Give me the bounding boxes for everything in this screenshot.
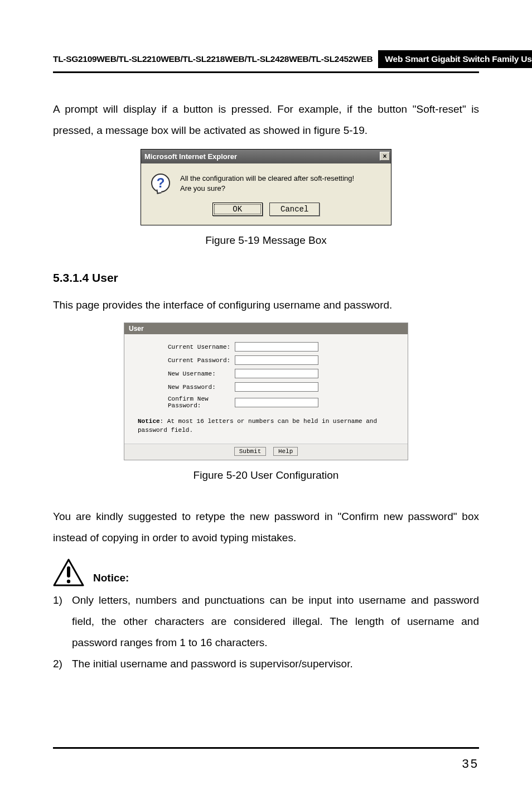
label-new-password: New Password: xyxy=(134,384,235,391)
panel-title: User xyxy=(124,323,408,334)
dialog-titlebar: Microsoft Internet Explorer × xyxy=(141,150,391,163)
footer-rule xyxy=(53,747,479,749)
question-icon: ? xyxy=(151,174,170,192)
label-current-username: Current Username: xyxy=(134,344,235,350)
panel-notice-bold: Notice xyxy=(138,418,160,425)
header-guide: Web Smart Gigabit Switch Family User's G… xyxy=(378,50,532,68)
confirm-password-field[interactable] xyxy=(235,398,318,407)
paragraph-user-intro: This page provides the interface of conf… xyxy=(53,295,479,316)
submit-button[interactable]: Submit xyxy=(234,447,267,456)
header-models: TL-SG2109WEB/TL-SL2210WEB/TL-SL2218WEB/T… xyxy=(53,50,378,68)
section-heading-user: 5.3.1.4 User xyxy=(53,271,479,285)
message-box-dialog: Microsoft Internet Explorer × ? All the … xyxy=(141,149,391,225)
help-button[interactable]: Help xyxy=(273,447,298,456)
panel-notice-rest: : At most 16 letters or numbers can be h… xyxy=(138,418,377,433)
dialog-message: All the configuration will be cleared af… xyxy=(180,174,354,194)
header-rule xyxy=(53,71,479,73)
list-number-1: 1) xyxy=(53,590,72,653)
current-password-field[interactable] xyxy=(235,355,318,365)
user-config-panel: User Current Username: Current Password:… xyxy=(124,323,408,460)
ok-button[interactable]: OK xyxy=(212,203,263,216)
new-password-field[interactable] xyxy=(235,382,318,392)
label-confirm-password: Confirm New Password: xyxy=(134,396,235,409)
svg-point-2 xyxy=(67,580,70,583)
list-item-2: 2) The initial username and password is … xyxy=(53,653,479,675)
list-item-1: 1) Only letters, numbers and punctuation… xyxy=(53,590,479,653)
panel-notice: Notice: At most 16 letters or numbers ca… xyxy=(134,413,398,441)
notice-label: Notice: xyxy=(93,572,129,586)
page-header: TL-SG2109WEB/TL-SL2210WEB/TL-SL2218WEB/T… xyxy=(53,50,479,68)
dialog-title: Microsoft Internet Explorer xyxy=(144,152,237,161)
list-number-2: 2) xyxy=(53,653,72,675)
dialog-message-line2: Are you sure? xyxy=(180,184,354,194)
label-current-password: Current Password: xyxy=(134,357,235,364)
close-icon[interactable]: × xyxy=(380,152,390,161)
dialog-message-line1: All the configuration will be cleared af… xyxy=(180,174,354,184)
page-number: 35 xyxy=(462,757,479,771)
paragraph-intro: A prompt will display if a button is pre… xyxy=(53,99,479,141)
svg-rect-1 xyxy=(67,566,70,577)
figure-caption-2: Figure 5-20 User Configuration xyxy=(53,469,479,482)
cancel-button[interactable]: Cancel xyxy=(269,203,320,216)
figure-caption-1: Figure 5-19 Message Box xyxy=(53,234,479,247)
list-body-1: Only letters, numbers and punctuations c… xyxy=(72,590,479,653)
current-username-field[interactable] xyxy=(235,342,318,352)
warning-icon xyxy=(53,559,84,586)
list-body-2: The initial username and password is sup… xyxy=(72,653,479,675)
new-username-field[interactable] xyxy=(235,369,318,378)
paragraph-suggestion: You are kindly suggested to retype the n… xyxy=(53,506,479,548)
label-new-username: New Username: xyxy=(134,370,235,377)
